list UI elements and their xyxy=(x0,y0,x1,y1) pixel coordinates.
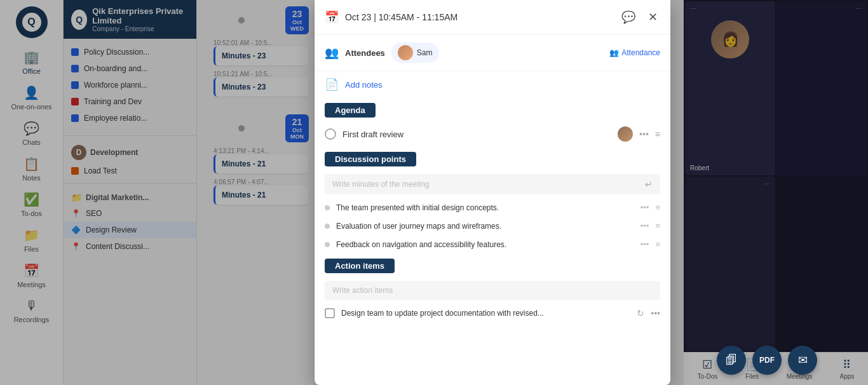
notes-doc-icon: 📄 xyxy=(325,78,339,91)
fab-area: 🗐 PDF ✉ xyxy=(717,346,817,375)
attendee-avatar xyxy=(398,45,413,60)
action-items-section: Action items Write action items Design t… xyxy=(315,253,670,323)
close-button[interactable]: ✕ xyxy=(646,8,660,27)
agenda-tag: Agenda xyxy=(325,103,376,118)
attendance-link[interactable]: 👥 Attendance xyxy=(609,48,660,57)
disc-more-1[interactable]: ••• xyxy=(641,203,649,212)
discussion-tag: Discussion points xyxy=(325,152,416,166)
agenda-checkbox[interactable] xyxy=(325,128,336,140)
disc-dot-3 xyxy=(325,242,330,247)
copy-fab[interactable]: 🗐 xyxy=(717,346,746,375)
discussion-section: Discussion points Write minutes of the m… xyxy=(315,147,670,253)
modal-header: 📅 Oct 23 | 10:45AM - 11:15AM 💬 ✕ xyxy=(315,0,670,35)
write-action-input[interactable]: Write action items xyxy=(325,281,660,300)
calendar-icon: 📅 xyxy=(325,10,339,24)
return-icon: ↵ xyxy=(645,179,653,189)
disc-text-3: Feedback on navigation and accessibility… xyxy=(336,240,634,249)
action-rotate-icon: ↻ xyxy=(637,308,644,318)
agenda-avatar xyxy=(618,126,633,142)
disc-text-2: Evaluation of user journey maps and wire… xyxy=(336,222,634,231)
discussion-item-3: Feedback on navigation and accessibility… xyxy=(315,235,670,253)
action-item-1: Design team to update project documentat… xyxy=(315,304,670,323)
attendance-label: Attendance xyxy=(621,48,660,57)
write-minutes-input[interactable]: Write minutes of the meeting ↵ xyxy=(325,174,660,194)
notes-section: 📄 Add notes xyxy=(315,71,670,98)
email-fab[interactable]: ✉ xyxy=(788,346,817,375)
attendees-icon: 👥 xyxy=(325,46,339,60)
copy-icon: 🗐 xyxy=(726,354,737,367)
agenda-drag-icon: ≡ xyxy=(655,129,660,139)
email-icon: ✉ xyxy=(798,353,808,367)
write-placeholder: Write minutes of the meeting xyxy=(332,180,430,189)
modal-title-area: 📅 Oct 23 | 10:45AM - 11:15AM xyxy=(325,10,458,24)
disc-dot-2 xyxy=(325,224,330,229)
discussion-item-1: The team presented with initial design c… xyxy=(315,198,670,217)
add-notes-link[interactable]: Add notes xyxy=(345,80,383,90)
attendee-chip: Sam xyxy=(391,43,439,63)
modal-header-actions: 💬 ✕ xyxy=(619,8,660,27)
disc-drag-1: ≡ xyxy=(655,203,660,212)
modal: 📅 Oct 23 | 10:45AM - 11:15AM 💬 ✕ 👥 Atten… xyxy=(315,0,670,385)
agenda-section: Agenda First draft review ••• ≡ xyxy=(315,98,670,147)
disc-more-3[interactable]: ••• xyxy=(641,240,649,249)
action-more-icon[interactable]: ••• xyxy=(651,308,660,318)
pdf-fab[interactable]: PDF xyxy=(752,346,782,375)
attendance-icon: 👥 xyxy=(609,48,619,57)
action-placeholder: Write action items xyxy=(332,286,393,295)
agenda-more-icon[interactable]: ••• xyxy=(639,129,649,139)
action-tag: Action items xyxy=(325,259,395,273)
agenda-item: First draft review ••• ≡ xyxy=(315,121,670,147)
attendees-section: 👥 Attendees Sam 👥 Attendance xyxy=(315,35,670,71)
disc-more-2[interactable]: ••• xyxy=(641,221,649,231)
disc-dot xyxy=(325,205,330,210)
disc-drag-3: ≡ xyxy=(655,240,660,249)
disc-drag-2: ≡ xyxy=(655,221,660,231)
attendees-left: 👥 Attendees Sam xyxy=(325,43,439,63)
disc-text-1: The team presented with initial design c… xyxy=(336,203,634,212)
pdf-label: PDF xyxy=(759,356,775,365)
action-checkbox[interactable] xyxy=(325,308,335,318)
chat-button[interactable]: 💬 xyxy=(619,8,638,27)
agenda-text: First draft review xyxy=(342,130,611,139)
modal-body: 👥 Attendees Sam 👥 Attendance 📄 Add notes… xyxy=(315,35,670,385)
discussion-item-2: Evaluation of user journey maps and wire… xyxy=(315,217,670,235)
action-text-1: Design team to update project documentat… xyxy=(341,309,630,318)
attendees-label: Attendees xyxy=(345,48,385,58)
modal-datetime: Oct 23 | 10:45AM - 11:15AM xyxy=(345,12,458,22)
attendee-name: Sam xyxy=(417,48,433,57)
